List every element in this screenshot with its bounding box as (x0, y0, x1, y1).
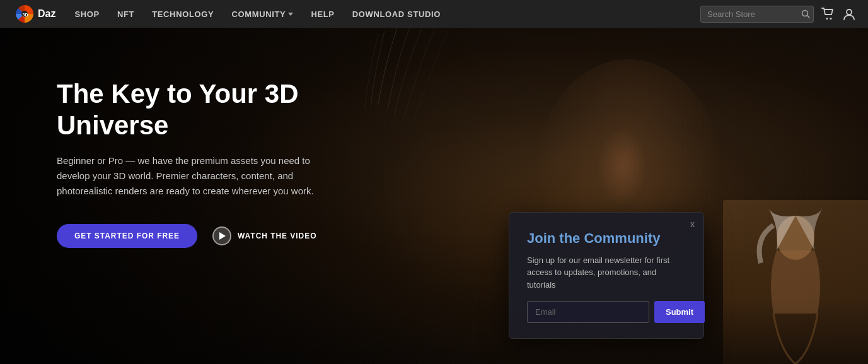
hero-buttons: GET STARTED FOR FREE WATCH THE VIDEO (57, 224, 378, 248)
nav-item-nft[interactable]: NFT (117, 9, 134, 19)
search-button[interactable] (801, 9, 810, 18)
nav-links: SHOP NFT TECHNOLOGY COMMUNITY HELP DOWNL… (74, 9, 700, 19)
community-dropdown-arrow (288, 13, 293, 16)
submit-button[interactable]: Submit (654, 301, 705, 323)
svg-point-6 (826, 18, 828, 20)
search-container (700, 6, 814, 23)
hero-content: The Key to Your 3D Universe Beginner or … (0, 28, 378, 248)
popup-title: Join the Community (527, 230, 686, 247)
search-input[interactable] (700, 6, 814, 23)
popup-description: Sign up for our email newsletter for fir… (527, 254, 686, 291)
hero-subtitle: Beginner or Pro — we have the premium as… (57, 153, 340, 199)
search-icon (801, 9, 810, 18)
logo-link[interactable]: 3D Daz (13, 2, 55, 26)
hero-title: The Key to Your 3D Universe (57, 78, 378, 142)
svg-point-7 (830, 18, 832, 20)
watch-video-button[interactable]: WATCH THE VIDEO (212, 226, 317, 245)
nav-item-technology[interactable]: TECHNOLOGY (152, 9, 214, 19)
community-popup: x Join the Community Sign up for our ema… (509, 212, 704, 339)
daz3d-logo-icon: 3D (13, 2, 37, 26)
character-right-image (723, 200, 868, 364)
user-icon[interactable] (843, 8, 855, 20)
get-started-button[interactable]: GET STARTED FOR FREE (57, 224, 197, 248)
hero-section: The Key to Your 3D Universe Beginner or … (0, 28, 868, 364)
navbar: 3D Daz SHOP NFT TECHNOLOGY COMMUNITY HEL… (0, 0, 868, 28)
popup-form: Submit (527, 301, 686, 323)
cart-icon[interactable] (821, 8, 835, 20)
nav-item-help[interactable]: HELP (311, 9, 334, 19)
svg-point-8 (847, 9, 852, 15)
nav-item-community[interactable]: COMMUNITY (231, 9, 293, 19)
play-triangle-icon (219, 232, 226, 240)
email-input[interactable] (527, 301, 649, 323)
nav-item-download-studio[interactable]: DOWNLOAD STUDIO (352, 9, 441, 19)
svg-text:3D: 3D (23, 13, 28, 17)
play-circle-icon (212, 226, 231, 245)
svg-line-5 (807, 16, 810, 18)
logo-text: Daz (38, 8, 55, 20)
nav-item-shop[interactable]: SHOP (74, 9, 99, 19)
popup-close-button[interactable]: x (690, 219, 695, 229)
nav-right (700, 6, 855, 23)
